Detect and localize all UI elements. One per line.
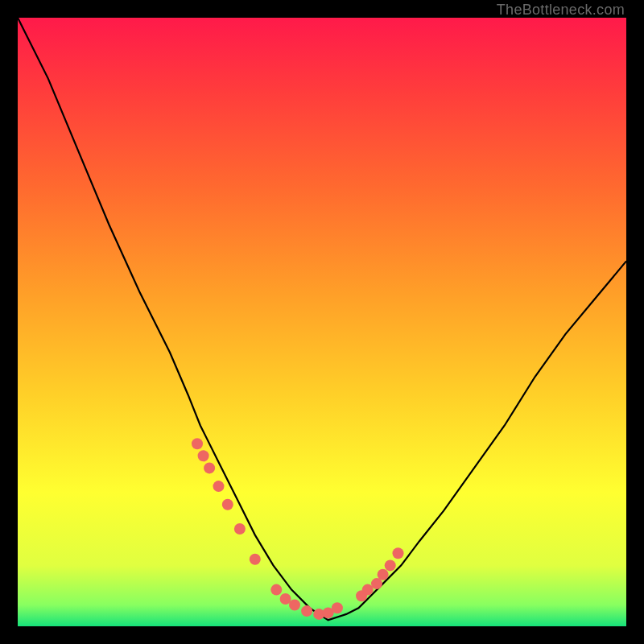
curve-marker [301, 605, 312, 617]
watermark-text: TheBottleneck.com [497, 2, 625, 19]
curve-marker [332, 602, 343, 613]
curve-markers [192, 438, 404, 620]
curve-marker [234, 523, 246, 535]
curve-marker [393, 547, 404, 559]
curve-marker [371, 578, 382, 589]
curve-marker [280, 593, 291, 605]
curve-marker [198, 450, 209, 461]
curve-marker [204, 462, 215, 473]
chart-svg [18, 18, 626, 626]
curve-marker [385, 559, 396, 571]
curve-marker [222, 499, 233, 510]
bottleneck-curve [18, 18, 626, 620]
curve-marker [289, 600, 300, 611]
curve-marker [213, 481, 225, 492]
curve-marker [270, 584, 282, 596]
curve-marker [192, 438, 203, 449]
curve-marker [378, 569, 389, 580]
curve-marker [250, 554, 261, 565]
